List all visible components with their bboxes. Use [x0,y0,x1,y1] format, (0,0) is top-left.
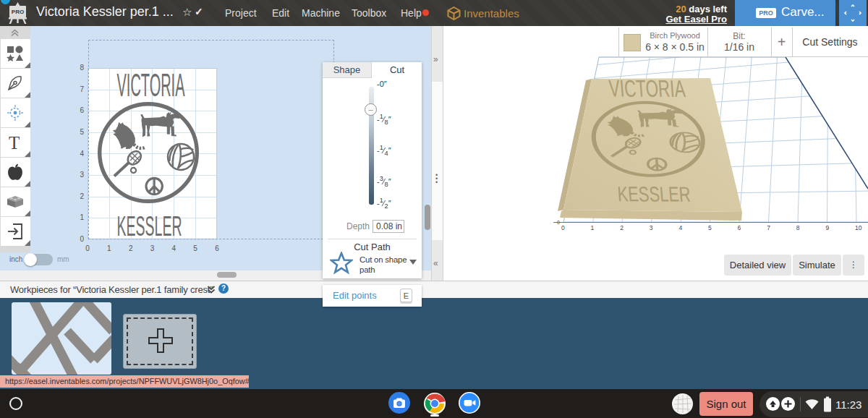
svg-text:3: 3 [650,224,653,231]
svg-text:2: 2 [620,224,624,231]
svg-text:0: 0 [557,220,560,225]
svg-text:4: 4 [678,224,682,231]
svg-text:6: 6 [738,224,741,231]
svg-text:PRO: PRO [12,9,24,15]
svg-text:10: 10 [855,224,862,231]
svg-text:1: 1 [591,224,595,231]
svg-text:7: 7 [767,224,770,231]
svg-text:5: 5 [708,224,712,231]
svg-text:0: 0 [561,224,565,231]
svg-text:9: 9 [825,224,829,231]
svg-text:8: 8 [796,224,800,231]
